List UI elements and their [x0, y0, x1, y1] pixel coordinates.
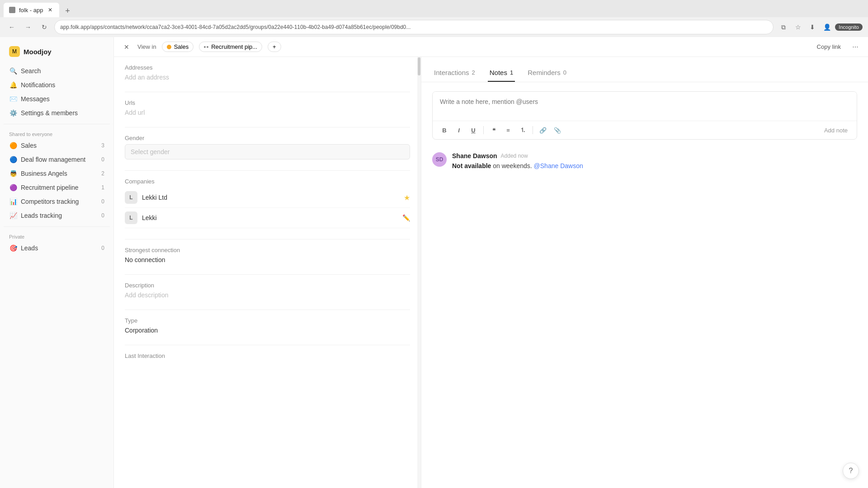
browser-actions: ⧉ ☆ ⬇ 👤 Incognito	[777, 21, 863, 33]
italic-button[interactable]: I	[453, 124, 465, 136]
note-toolbar: B I U ❝ ≡ ⒈ 🔗 📎 Add note	[433, 121, 857, 139]
company-item-lekki[interactable]: L Lekki ✏️	[125, 208, 410, 228]
recruitment-chip[interactable]: Recruitment pip...	[199, 42, 262, 52]
competitors-icon: 📊	[9, 197, 17, 206]
url-text: app.folk.app/apps/contacts/network/ccaa7…	[60, 24, 768, 30]
dot2	[207, 46, 208, 48]
sidebar-divider-2	[4, 226, 110, 227]
sidebar-item-label: Search	[21, 67, 104, 75]
sidebar-item-label: Messages	[21, 95, 104, 103]
note-text-body: on weekends.	[491, 162, 533, 169]
leads-count: 0	[101, 245, 104, 251]
field-divider-4	[125, 239, 410, 239]
left-panel: Addresses Add an address Urls Add url	[114, 57, 421, 488]
note-time: Added now	[501, 153, 528, 159]
new-tab-button[interactable]: +	[61, 5, 74, 17]
ordered-button[interactable]: ⒈	[516, 124, 529, 136]
add-chip-label: +	[273, 43, 276, 50]
logo-icon: M	[9, 46, 20, 57]
left-panel-scroll[interactable]: Addresses Add an address Urls Add url	[114, 57, 421, 488]
sidebar-item-search[interactable]: 🔍 Search	[4, 64, 110, 78]
forward-button[interactable]: →	[22, 21, 34, 33]
sidebar-item-settings[interactable]: ⚙️ Settings & members	[4, 106, 110, 120]
addresses-section: Addresses Add an address	[125, 64, 410, 81]
sidebar-item-label: Sales	[21, 142, 98, 149]
company-star-icon[interactable]: ★	[404, 193, 410, 202]
address-bar[interactable]: app.folk.app/apps/contacts/network/ccaa7…	[54, 20, 774, 34]
sales-count: 3	[101, 142, 104, 149]
company-edit-icon[interactable]: ✏️	[402, 214, 410, 221]
urls-label: Urls	[125, 99, 410, 106]
link-button[interactable]: 🔗	[537, 124, 549, 136]
bookmark-icon[interactable]: ☆	[792, 21, 804, 33]
tab-bar: folk - app ✕ +	[0, 0, 868, 17]
search-icon: 🔍	[9, 67, 17, 75]
competitors-count: 0	[101, 198, 104, 205]
sidebar-item-messages[interactable]: ✉️ Messages	[4, 92, 110, 106]
tab-title: folk - app	[19, 7, 43, 14]
tab-reminders[interactable]: Reminders 0	[526, 64, 568, 82]
leads-icon: 🎯	[9, 244, 17, 252]
download-icon[interactable]: ⬇	[806, 21, 819, 33]
scrollbar-track	[417, 57, 421, 488]
field-divider-3	[125, 170, 410, 171]
company-item-lekki-ltd[interactable]: L Lekki Ltd ★	[125, 188, 410, 208]
sidebar-item-leads-tracking[interactable]: 📈 Leads tracking 0	[4, 209, 110, 222]
last-interaction-section: Last Interaction	[125, 352, 410, 359]
copy-link-button[interactable]: Copy link	[813, 42, 844, 52]
gender-label: Gender	[125, 135, 410, 141]
main-content: ✕ View in Sales Recruitment pip... +	[114, 37, 868, 488]
addresses-placeholder[interactable]: Add an address	[125, 74, 410, 81]
sidebar-item-label: Business Angels	[21, 170, 98, 177]
sidebar-item-label: Leads	[21, 244, 98, 252]
profile-icon[interactable]: 👤	[821, 21, 833, 33]
reminders-badge: 0	[563, 69, 566, 76]
more-button[interactable]: ···	[850, 42, 861, 52]
quote-button[interactable]: ❝	[487, 124, 500, 136]
unordered-button[interactable]: ≡	[502, 124, 514, 136]
dot1	[204, 46, 206, 48]
tab-notes[interactable]: Notes 1	[488, 64, 515, 82]
urls-placeholder[interactable]: Add url	[125, 109, 410, 116]
help-button[interactable]: ?	[843, 463, 859, 479]
sidebar-item-business-angels[interactable]: 👼 Business Angels 2	[4, 167, 110, 180]
gender-select[interactable]: Select gender	[125, 144, 410, 160]
tab-interactions[interactable]: Interactions 2	[432, 64, 477, 82]
last-interaction-label: Last Interaction	[125, 352, 410, 359]
note-mention[interactable]: @Shane Dawson	[534, 162, 583, 169]
bold-button[interactable]: B	[438, 124, 451, 136]
browser-tab[interactable]: folk - app ✕	[4, 3, 59, 17]
recruitment-chip-label: Recruitment pip...	[211, 43, 257, 50]
sidebar-item-competitors[interactable]: 📊 Competitors tracking 0	[4, 195, 110, 208]
extensions-icon[interactable]: ⧉	[777, 21, 790, 33]
tab-reminders-label: Reminders	[528, 69, 561, 76]
attachment-button[interactable]: 📎	[551, 124, 564, 136]
leads-tracking-icon: 📈	[9, 211, 17, 220]
description-placeholder[interactable]: Add description	[125, 291, 410, 299]
tab-interactions-label: Interactions	[434, 69, 469, 76]
note-text-bold: Not available	[452, 162, 491, 169]
sidebar-item-deal-flow[interactable]: 🔵 Deal flow management 0	[4, 153, 110, 166]
underline-button[interactable]: U	[467, 124, 480, 136]
add-chip[interactable]: +	[268, 42, 281, 52]
sales-chip[interactable]: Sales	[162, 42, 194, 52]
note-input[interactable]	[433, 92, 857, 119]
note-content: Shane Dawson Added now Not available on …	[452, 152, 857, 171]
close-button[interactable]: ✕	[121, 42, 132, 52]
note-editor: B I U ❝ ≡ ⒈ 🔗 📎 Add note	[432, 91, 857, 140]
sidebar-item-notifications[interactable]: 🔔 Notifications	[4, 78, 110, 92]
section-shared-title: Shared to everyone	[4, 128, 110, 139]
sales-chip-dot	[167, 45, 171, 49]
reload-button[interactable]: ↻	[38, 21, 51, 33]
note-entry: SD Shane Dawson Added now Not available …	[432, 149, 857, 174]
tab-close-button[interactable]: ✕	[47, 6, 54, 14]
add-note-button[interactable]: Add note	[821, 125, 851, 136]
sidebar-item-recruitment[interactable]: 🟣 Recruitment pipeline 1	[4, 181, 110, 194]
sidebar-item-leads[interactable]: 🎯 Leads 0	[4, 241, 110, 255]
scrollbar-thumb[interactable]	[418, 57, 420, 75]
toolbar-divider-2	[533, 126, 533, 134]
sidebar-item-sales[interactable]: 🟠 Sales 3	[4, 139, 110, 152]
tab-notes-label: Notes	[490, 69, 507, 76]
back-button[interactable]: ←	[5, 21, 18, 33]
sidebar-divider	[4, 124, 110, 124]
